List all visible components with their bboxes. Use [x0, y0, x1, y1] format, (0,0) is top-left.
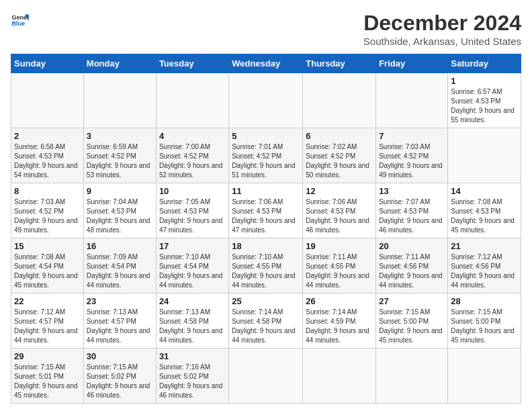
day-number: 29 [14, 351, 81, 361]
day-info: Sunrise: 7:08 AMSunset: 4:54 PMDaylight:… [14, 253, 78, 289]
day-number: 7 [379, 131, 445, 141]
day-number: 3 [87, 131, 153, 141]
day-info: Sunrise: 7:10 AMSunset: 4:54 PMDaylight:… [159, 253, 223, 289]
empty-cell [448, 349, 521, 404]
day-number: 19 [306, 241, 373, 251]
day-info: Sunrise: 7:02 AMSunset: 4:52 PMDaylight:… [306, 143, 369, 179]
day-number: 1 [451, 76, 518, 86]
day-number: 9 [87, 186, 153, 196]
day-info: Sunrise: 7:00 AMSunset: 4:52 PMDaylight:… [159, 143, 223, 179]
day-cell-10: 10 Sunrise: 7:05 AMSunset: 4:53 PMDaylig… [156, 183, 228, 238]
header-row: SundayMondayTuesdayWednesdayThursdayFrid… [11, 54, 521, 73]
day-info: Sunrise: 7:15 AMSunset: 5:02 PMDaylight:… [87, 363, 150, 399]
day-number: 5 [232, 131, 300, 141]
day-cell-31: 31 Sunrise: 7:16 AMSunset: 5:02 PMDaylig… [156, 349, 228, 404]
day-number: 14 [451, 186, 518, 196]
title-area: December 2024 Southside, Arkansas, Unite… [363, 11, 521, 47]
day-cell-8: 8 Sunrise: 7:03 AMSunset: 4:52 PMDayligh… [11, 183, 84, 238]
day-cell-2: 2 Sunrise: 6:58 AMSunset: 4:53 PMDayligh… [11, 128, 84, 183]
header-day-tuesday: Tuesday [156, 54, 228, 73]
day-cell-18: 18 Sunrise: 7:10 AMSunset: 4:55 PMDaylig… [229, 238, 303, 293]
day-info: Sunrise: 7:05 AMSunset: 4:53 PMDaylight:… [159, 198, 223, 234]
empty-cell [303, 73, 376, 128]
day-cell-1: 1 Sunrise: 6:57 AMSunset: 4:53 PMDayligh… [448, 73, 521, 128]
day-info: Sunrise: 7:03 AMSunset: 4:52 PMDaylight:… [379, 143, 443, 179]
day-cell-15: 15 Sunrise: 7:08 AMSunset: 4:54 PMDaylig… [11, 238, 84, 293]
day-info: Sunrise: 7:13 AMSunset: 4:58 PMDaylight:… [159, 308, 223, 344]
day-number: 27 [379, 296, 445, 306]
day-cell-21: 21 Sunrise: 7:12 AMSunset: 4:56 PMDaylig… [448, 238, 521, 293]
header-day-sunday: Sunday [11, 54, 84, 73]
empty-cell [11, 73, 84, 128]
day-cell-6: 6 Sunrise: 7:02 AMSunset: 4:52 PMDayligh… [303, 128, 376, 183]
header-day-thursday: Thursday [303, 54, 376, 73]
calendar-week-5: 22 Sunrise: 7:12 AMSunset: 4:57 PMDaylig… [11, 293, 521, 349]
day-number: 20 [379, 241, 445, 251]
day-number: 2 [14, 131, 81, 141]
day-number: 31 [159, 351, 226, 361]
day-info: Sunrise: 7:01 AMSunset: 4:52 PMDaylight:… [232, 143, 296, 179]
day-cell-11: 11 Sunrise: 7:06 AMSunset: 4:53 PMDaylig… [229, 183, 303, 238]
day-number: 17 [159, 241, 226, 251]
calendar-week-1: 1 Sunrise: 6:57 AMSunset: 4:53 PMDayligh… [11, 73, 521, 128]
day-info: Sunrise: 7:06 AMSunset: 4:53 PMDaylight:… [306, 198, 369, 234]
header: General Blue December 2024 Southside, Ar… [11, 11, 521, 47]
svg-text:Blue: Blue [11, 20, 25, 27]
header-day-wednesday: Wednesday [229, 54, 303, 73]
day-cell-29: 29 Sunrise: 7:15 AMSunset: 5:01 PMDaylig… [11, 349, 84, 404]
day-info: Sunrise: 7:16 AMSunset: 5:02 PMDaylight:… [159, 363, 223, 399]
day-cell-26: 26 Sunrise: 7:14 AMSunset: 4:59 PMDaylig… [303, 293, 376, 349]
day-cell-22: 22 Sunrise: 7:12 AMSunset: 4:57 PMDaylig… [11, 293, 84, 349]
day-number: 30 [87, 351, 153, 361]
calendar-week-2: 2 Sunrise: 6:58 AMSunset: 4:53 PMDayligh… [11, 128, 521, 183]
day-cell-7: 7 Sunrise: 7:03 AMSunset: 4:52 PMDayligh… [376, 128, 448, 183]
day-number: 25 [232, 296, 300, 306]
day-number: 15 [14, 241, 81, 251]
logo-icon: General Blue [11, 11, 30, 30]
subtitle: Southside, Arkansas, United States [363, 36, 521, 47]
empty-cell [83, 73, 156, 128]
day-number: 21 [451, 241, 518, 251]
day-cell-27: 27 Sunrise: 7:15 AMSunset: 5:00 PMDaylig… [376, 293, 448, 349]
day-number: 12 [306, 186, 373, 196]
header-day-monday: Monday [83, 54, 156, 73]
day-info: Sunrise: 7:03 AMSunset: 4:52 PMDaylight:… [14, 198, 78, 234]
day-number: 16 [87, 241, 153, 251]
empty-cell [229, 349, 303, 404]
day-number: 4 [159, 131, 226, 141]
logo: General Blue [11, 11, 30, 30]
empty-cell [376, 349, 448, 404]
calendar-table: SundayMondayTuesdayWednesdayThursdayFrid… [11, 54, 521, 404]
day-info: Sunrise: 7:08 AMSunset: 4:53 PMDaylight:… [451, 198, 515, 234]
day-number: 26 [306, 296, 373, 306]
calendar-header: SundayMondayTuesdayWednesdayThursdayFrid… [11, 54, 521, 73]
day-info: Sunrise: 7:14 AMSunset: 4:58 PMDaylight:… [232, 308, 296, 344]
day-cell-5: 5 Sunrise: 7:01 AMSunset: 4:52 PMDayligh… [229, 128, 303, 183]
day-cell-28: 28 Sunrise: 7:15 AMSunset: 5:00 PMDaylig… [448, 293, 521, 349]
day-cell-3: 3 Sunrise: 6:59 AMSunset: 4:52 PMDayligh… [83, 128, 156, 183]
day-info: Sunrise: 7:15 AMSunset: 5:00 PMDaylight:… [451, 308, 515, 344]
day-info: Sunrise: 7:14 AMSunset: 4:59 PMDaylight:… [306, 308, 369, 344]
day-cell-9: 9 Sunrise: 7:04 AMSunset: 4:53 PMDayligh… [83, 183, 156, 238]
header-day-saturday: Saturday [448, 54, 521, 73]
day-cell-23: 23 Sunrise: 7:13 AMSunset: 4:57 PMDaylig… [83, 293, 156, 349]
day-info: Sunrise: 7:15 AMSunset: 5:00 PMDaylight:… [379, 308, 443, 344]
day-info: Sunrise: 7:13 AMSunset: 4:57 PMDaylight:… [87, 308, 150, 344]
day-info: Sunrise: 7:10 AMSunset: 4:55 PMDaylight:… [232, 253, 296, 289]
day-cell-25: 25 Sunrise: 7:14 AMSunset: 4:58 PMDaylig… [229, 293, 303, 349]
empty-cell [303, 349, 376, 404]
calendar-body: 1 Sunrise: 6:57 AMSunset: 4:53 PMDayligh… [11, 73, 521, 404]
day-number: 24 [159, 296, 226, 306]
day-number: 6 [306, 131, 373, 141]
day-info: Sunrise: 7:06 AMSunset: 4:53 PMDaylight:… [232, 198, 296, 234]
day-number: 28 [451, 296, 518, 306]
day-info: Sunrise: 7:11 AMSunset: 4:55 PMDaylight:… [306, 253, 369, 289]
calendar-week-6: 29 Sunrise: 7:15 AMSunset: 5:01 PMDaylig… [11, 349, 521, 404]
day-cell-30: 30 Sunrise: 7:15 AMSunset: 5:02 PMDaylig… [83, 349, 156, 404]
day-number: 23 [87, 296, 153, 306]
header-day-friday: Friday [376, 54, 448, 73]
day-info: Sunrise: 7:12 AMSunset: 4:56 PMDaylight:… [451, 253, 515, 289]
day-info: Sunrise: 6:59 AMSunset: 4:52 PMDaylight:… [87, 143, 150, 179]
day-cell-16: 16 Sunrise: 7:09 AMSunset: 4:54 PMDaylig… [83, 238, 156, 293]
calendar-week-4: 15 Sunrise: 7:08 AMSunset: 4:54 PMDaylig… [11, 238, 521, 293]
